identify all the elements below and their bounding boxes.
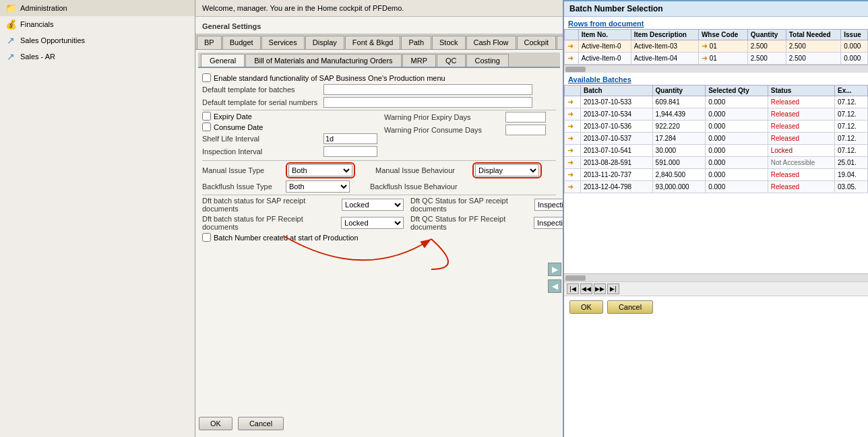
manual-behaviour-circle: Display Auto bbox=[472, 162, 542, 178]
tab-services[interactable]: Services bbox=[261, 36, 305, 49]
default-serial-row: Default template for serial numbers bbox=[202, 97, 556, 108]
list-item[interactable]: ➜ 2013-07-10-533 609.841 0.000 Released … bbox=[565, 96, 868, 108]
avail-ex: 19.04. bbox=[834, 169, 867, 181]
avail-qty: 1,944.439 bbox=[652, 108, 706, 121]
side-arrow-right[interactable]: ▶ bbox=[548, 263, 561, 276]
avail-ex: 07.12. bbox=[834, 96, 867, 108]
tab-general[interactable]: General bbox=[201, 54, 245, 67]
shelf-life-row: Shelf Life Interval bbox=[202, 133, 377, 144]
rows-scrollbar[interactable] bbox=[564, 65, 868, 73]
avail-ex: 25.01. bbox=[834, 157, 867, 169]
welcome-text: Welcome, manager. You are in the Home co… bbox=[202, 4, 404, 12]
top-tab-bar: BP Budget Services Display Font & Bkgd P… bbox=[195, 34, 563, 50]
col-total: Total Needed bbox=[786, 30, 841, 40]
backflush-select[interactable]: Both bbox=[286, 180, 350, 193]
inspection-row: Inspection Interval bbox=[202, 146, 377, 157]
list-item[interactable]: ➜ 2013-07-10-537 17.284 0.000 Released 0… bbox=[565, 133, 868, 145]
tab-costing[interactable]: Costing bbox=[466, 54, 509, 67]
col-whse: Whse Code bbox=[698, 30, 747, 40]
list-item[interactable]: ➜ 2013-12-04-798 93,000.000 0.000 Releas… bbox=[565, 181, 868, 193]
nav-prev[interactable]: ◀◀ bbox=[580, 283, 592, 294]
tab-stock[interactable]: Stock bbox=[432, 36, 466, 49]
tab-font-bkgd[interactable]: Font & Bkgd bbox=[345, 36, 401, 49]
nav-next[interactable]: ▶▶ bbox=[594, 283, 606, 294]
avail-selected: 0.000 bbox=[706, 121, 768, 133]
sidebar-item-sales-ar[interactable]: ↗ Sales - AR bbox=[0, 48, 195, 65]
folder-icon: 📁 bbox=[5, 3, 16, 13]
sidebar-item-label: Financials bbox=[20, 20, 54, 28]
sidebar-item-label: Sales - AR bbox=[20, 53, 55, 61]
default-serial-input[interactable] bbox=[323, 97, 532, 108]
avail-qty: 609.841 bbox=[652, 96, 706, 108]
expiry-date-checkbox[interactable] bbox=[202, 112, 211, 121]
dft-qc-pf-select[interactable]: Inspection Released bbox=[534, 217, 563, 229]
avail-arrow: ➜ bbox=[565, 157, 581, 169]
sidebar-item-sales-opportunities[interactable]: ↗ Sales Opportunities bbox=[0, 32, 195, 48]
tab-bp[interactable]: BP bbox=[197, 36, 222, 49]
avail-qty: 93,000.000 bbox=[652, 181, 706, 193]
avail-batch: 2013-07-10-533 bbox=[580, 96, 652, 108]
financials-icon: 💰 bbox=[5, 19, 16, 30]
list-item[interactable]: ➜ 2013-11-20-737 2,840.500 0.000 Release… bbox=[565, 169, 868, 181]
side-arrow-left[interactable]: ◀ bbox=[548, 279, 561, 293]
available-batches-label: Available Batches bbox=[564, 73, 868, 85]
manual-behaviour-select[interactable]: Display Auto bbox=[475, 164, 539, 176]
enable-standard-checkbox[interactable] bbox=[202, 73, 211, 82]
default-batch-input[interactable] bbox=[323, 84, 532, 95]
tab-cockpit[interactable]: Cockpit bbox=[517, 36, 557, 49]
avail-selected: 0.000 bbox=[706, 96, 768, 108]
avail-status: Released bbox=[768, 133, 834, 145]
avail-qty: 922.220 bbox=[652, 121, 706, 133]
dft-qc-sap-select[interactable]: Inspection Released bbox=[534, 199, 563, 211]
table-row[interactable]: ➜ Active-Item-0 Active-Item-03 ➜ 01 2.50… bbox=[565, 40, 868, 53]
shelf-life-input[interactable] bbox=[323, 133, 377, 144]
list-item[interactable]: ➜ 2013-08-28-591 591.000 0.000 Not Acces… bbox=[565, 157, 868, 169]
manual-issue-circle: Both Manual Automatic bbox=[286, 162, 355, 178]
sidebar: 📁 Administration 💰 Financials ↗ Sales Op… bbox=[0, 0, 195, 437]
tab-display[interactable]: Display bbox=[305, 36, 344, 49]
nav-first[interactable]: |◀ bbox=[567, 283, 579, 294]
avail-selected: 0.000 bbox=[706, 181, 768, 193]
tab-budget[interactable]: Budget bbox=[222, 36, 261, 49]
list-item[interactable]: ➜ 2013-07-10-536 922.220 0.000 Released … bbox=[565, 121, 868, 133]
dft-batch-pf-select[interactable]: Locked Released bbox=[341, 217, 404, 229]
batch-number-checkbox[interactable] bbox=[202, 233, 211, 242]
batch-cancel-button[interactable]: Cancel bbox=[607, 300, 653, 314]
tab-qc[interactable]: QC bbox=[437, 54, 466, 67]
warning-consume-input[interactable] bbox=[505, 125, 546, 135]
avail-arrow: ➜ bbox=[565, 96, 581, 108]
avail-status: Locked bbox=[768, 145, 834, 157]
sidebar-item-administration[interactable]: 📁 Administration bbox=[0, 0, 195, 16]
ok-button[interactable]: OK bbox=[199, 417, 232, 430]
dft-batch-sap-select[interactable]: Locked Released bbox=[342, 199, 404, 211]
rows-from-doc-table: Item No. Item Description Whse Code Quan… bbox=[564, 29, 868, 65]
inspection-label: Inspection Interval bbox=[202, 147, 323, 156]
avail-arrow: ➜ bbox=[565, 145, 581, 157]
avail-batch: 2013-11-20-737 bbox=[580, 169, 652, 181]
cancel-button[interactable]: Cancel bbox=[238, 417, 284, 430]
avail-selected: 0.000 bbox=[706, 133, 768, 145]
tab-path[interactable]: Path bbox=[401, 36, 431, 49]
inspection-input[interactable] bbox=[323, 146, 377, 157]
consume-date-checkbox[interactable] bbox=[202, 123, 211, 131]
sidebar-item-financials[interactable]: 💰 Financials bbox=[0, 16, 195, 32]
list-item[interactable]: ➜ 2013-07-10-541 30.000 0.000 Locked 07.… bbox=[565, 145, 868, 157]
list-item[interactable]: ➜ 2013-07-10-534 1,944.439 0.000 Release… bbox=[565, 108, 868, 121]
avail-batch: 2013-07-10-534 bbox=[580, 108, 652, 121]
tab-mrp[interactable]: MRP bbox=[402, 54, 436, 67]
dft-batch-sap-label: Dft batch status for SAP receipt documen… bbox=[202, 197, 339, 213]
row-total: 2.500 bbox=[786, 53, 841, 65]
avail-selected: 0.000 bbox=[706, 157, 768, 169]
table-row[interactable]: ➜ Active-Item-0 Active-Item-04 ➜ 01 2.50… bbox=[565, 53, 868, 65]
tab-bom[interactable]: Bill of Materials and Manufacturing Orde… bbox=[245, 54, 401, 67]
manual-issue-select[interactable]: Both Manual Automatic bbox=[288, 164, 352, 176]
nav-last[interactable]: ▶| bbox=[607, 283, 619, 294]
warning-expiry-input[interactable] bbox=[505, 112, 546, 123]
row-arrow: ➜ bbox=[565, 53, 579, 65]
warning-consume-label: Warning Prior Consume Days bbox=[384, 126, 505, 134]
batch-nav-bar: |◀ ◀◀ ▶▶ ▶| bbox=[564, 281, 868, 296]
consume-date-row: Consume Date bbox=[202, 123, 377, 131]
batch-ok-button[interactable]: OK bbox=[569, 300, 603, 314]
avail-scrollbar[interactable] bbox=[564, 273, 868, 281]
tab-cash-flow[interactable]: Cash Flow bbox=[466, 36, 516, 49]
